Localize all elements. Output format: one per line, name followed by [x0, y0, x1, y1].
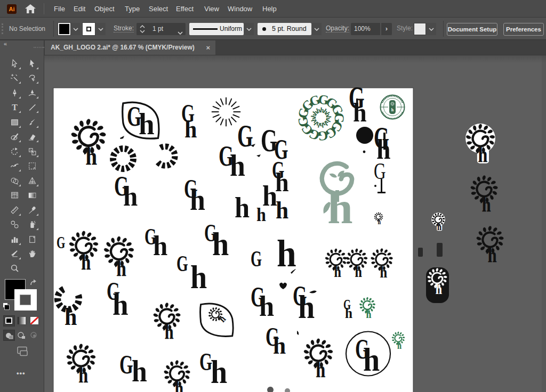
svg-text:G: G: [237, 119, 253, 153]
svg-text:h: h: [230, 149, 245, 182]
svg-text:G: G: [251, 247, 262, 271]
svg-text:h: h: [235, 191, 250, 224]
svg-text:h: h: [132, 355, 147, 388]
svg-text:h: h: [212, 226, 229, 262]
svg-text:h: h: [391, 108, 394, 112]
svg-text:h: h: [277, 232, 296, 275]
svg-text:h: h: [298, 289, 315, 325]
svg-text:h: h: [153, 230, 167, 262]
svg-text:h: h: [113, 287, 129, 322]
svg-text:h: h: [353, 97, 367, 127]
svg-text:G: G: [374, 158, 386, 184]
svg-text:h: h: [273, 331, 286, 359]
svg-text:h: h: [211, 354, 227, 390]
svg-text:h: h: [190, 259, 207, 295]
svg-text:h: h: [123, 180, 138, 212]
svg-text:T: T: [12, 103, 18, 112]
svg-text:G: G: [57, 233, 65, 252]
svg-text:G: G: [176, 251, 188, 276]
svg-text:h: h: [259, 290, 274, 322]
svg-text:G: G: [119, 349, 133, 379]
svg-text:h: h: [327, 183, 352, 233]
svg-text:h: h: [345, 305, 352, 321]
svg-text:h: h: [276, 196, 288, 224]
svg-text:h: h: [65, 303, 77, 330]
svg-text:h: h: [190, 183, 205, 216]
svg-text:h: h: [363, 342, 380, 378]
svg-text:h: h: [139, 107, 155, 141]
svg-text:h: h: [184, 116, 197, 143]
svg-text:h: h: [256, 205, 266, 225]
